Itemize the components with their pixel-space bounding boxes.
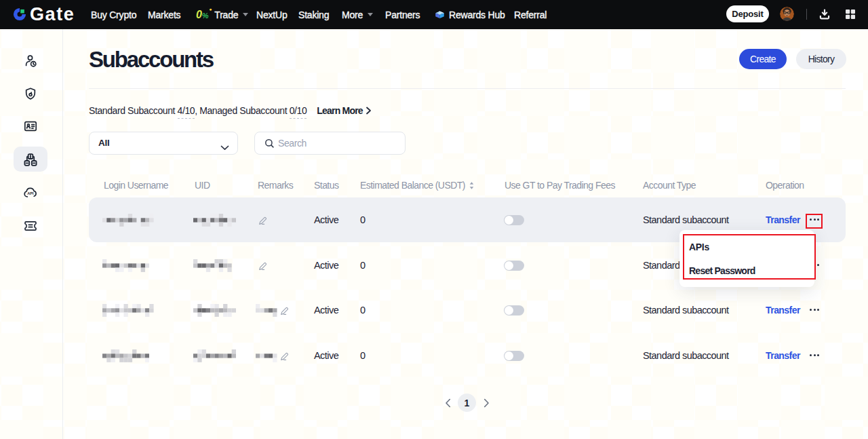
svg-text:API: API [27,191,34,195]
